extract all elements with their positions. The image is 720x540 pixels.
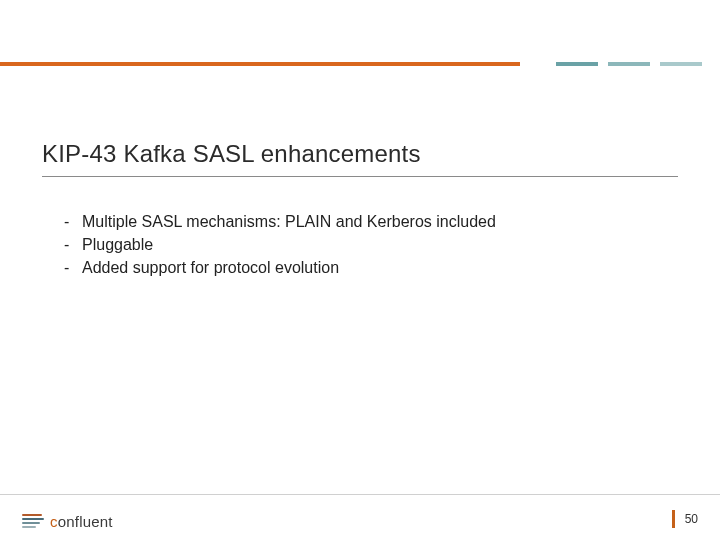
accent-teal-2 [608, 62, 650, 66]
bullet-list: - Multiple SASL mechanisms: PLAIN and Ke… [64, 210, 670, 280]
slide-title: KIP-43 Kafka SASL enhancements [42, 140, 678, 174]
title-block: KIP-43 Kafka SASL enhancements [42, 140, 678, 177]
list-item: - Multiple SASL mechanisms: PLAIN and Ke… [64, 210, 670, 233]
bullet-text: Added support for protocol evolution [82, 256, 670, 279]
bullet-text: Pluggable [82, 233, 670, 256]
list-item: - Pluggable [64, 233, 670, 256]
footer: confluent 50 [0, 494, 720, 540]
accent-teal-1 [556, 62, 598, 66]
footer-divider [0, 494, 720, 495]
accent-teal-3 [660, 62, 702, 66]
bullet-marker: - [64, 210, 82, 233]
bullet-text: Multiple SASL mechanisms: PLAIN and Kerb… [82, 210, 670, 233]
bullet-marker: - [64, 233, 82, 256]
page-number: 50 [685, 512, 698, 526]
page-divider-icon [672, 510, 675, 528]
bullet-marker: - [64, 256, 82, 279]
accent-orange [0, 62, 520, 66]
page-number-block: 50 [672, 510, 698, 528]
brand-rest: onfluent [58, 513, 113, 530]
top-accent-bar [0, 62, 720, 66]
brand-name: confluent [50, 513, 113, 530]
title-underline [42, 176, 678, 177]
list-item: - Added support for protocol evolution [64, 256, 670, 279]
brand-logo: confluent [22, 513, 113, 530]
logo-mark-icon [22, 514, 44, 530]
slide: KIP-43 Kafka SASL enhancements - Multipl… [0, 0, 720, 540]
brand-accent-letter: c [50, 513, 58, 530]
